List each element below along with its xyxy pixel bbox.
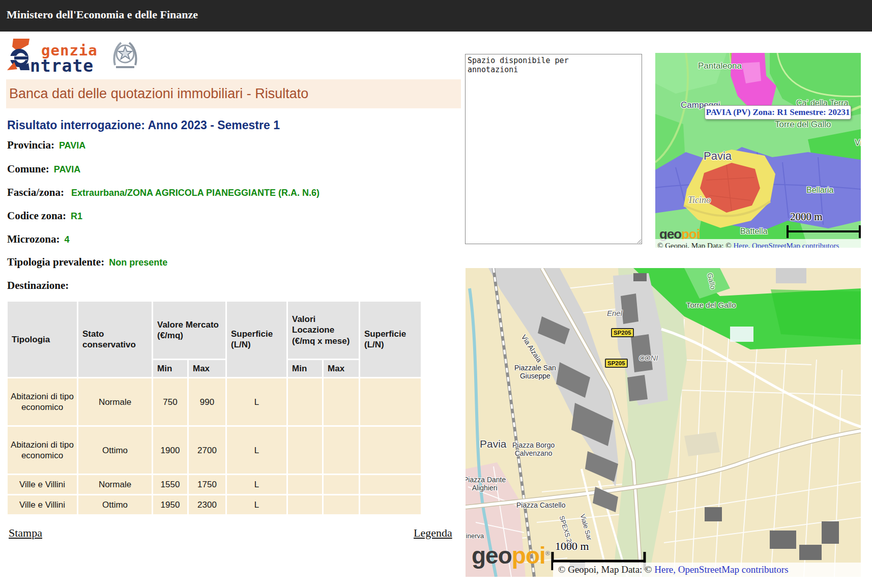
field-label: Tipologia prevalente: xyxy=(7,256,104,268)
field-label: Fascia/zona: xyxy=(7,186,64,198)
street-detail-map-graphics xyxy=(466,268,861,577)
field-value: Extraurbana/ZONA AGRICOLA PIANEGGIANTE (… xyxy=(71,188,319,198)
cell-vl-min xyxy=(288,495,322,514)
openstreetmap-link[interactable]: OpenStreetMap contributors xyxy=(678,564,789,575)
geopoi-logo-r: ® xyxy=(545,549,550,557)
cell-stato: Normale xyxy=(78,378,152,425)
col-header-superficie-2: Superficie (L/N) xyxy=(360,302,421,377)
field-destinazione: Destinazione: xyxy=(7,279,69,292)
sp205-road-badge: SP205 xyxy=(605,359,628,368)
field-label: Microzona: xyxy=(7,233,60,245)
table-row: Abitazioni di tipo economico Normale 750… xyxy=(8,378,421,425)
cell-vl-min xyxy=(288,378,322,425)
field-label: Provincia: xyxy=(7,139,54,151)
col-header-vm-min: Min xyxy=(153,360,187,377)
col-header-vm-max: Max xyxy=(189,360,225,377)
logo-text-entrate: ntrate xyxy=(30,56,94,76)
table-row: Ville e Villini Normale 1550 1750 L xyxy=(8,475,421,494)
cell-vm-min: 1950 xyxy=(153,495,187,514)
cell-vl-max xyxy=(324,495,359,514)
cell-vm-max: 1750 xyxy=(189,475,225,494)
cell-vm-max: 2700 xyxy=(189,427,225,474)
col-header-valore-mercato: Valore Mercato (€/mq) xyxy=(153,302,225,359)
cell-vl-max xyxy=(324,427,359,474)
italy-emblem-icon xyxy=(111,39,139,71)
cell-superficie-2 xyxy=(360,378,421,425)
cell-vm-max: 990 xyxy=(189,378,225,425)
field-value: R1 xyxy=(71,211,82,221)
field-tipologia-prevalente: Tipologia prevalente:Non presente xyxy=(7,256,167,269)
cell-stato: Ottimo xyxy=(78,427,152,474)
destinazione-table: Tipologia Stato conservativo Valore Merc… xyxy=(6,300,422,516)
street-detail-map[interactable]: Via Alzaia Piazzale San Giuseppe Enel SP… xyxy=(466,268,861,577)
table-row: Ville e Villini Ottimo 1950 2300 L xyxy=(8,495,421,514)
cell-tipologia: Ville e Villini xyxy=(8,495,77,514)
here-link[interactable]: Here, xyxy=(733,242,750,248)
attribution-text: © Geopoi, Map Data: © xyxy=(558,564,654,575)
col-header-superficie: Superficie (L/N) xyxy=(227,302,286,377)
field-label: Destinazione: xyxy=(7,279,69,291)
ministry-header-bar: Ministero dell'Economia e delle Finanze xyxy=(0,0,872,32)
openstreetmap-link[interactable]: OpenStreetMap contributors xyxy=(752,242,839,248)
cell-superficie-2 xyxy=(360,475,421,494)
cell-stato: Ottimo xyxy=(78,495,152,514)
cell-stato: Normale xyxy=(78,475,152,494)
page-title: Banca dati delle quotazioni immobiliari … xyxy=(9,86,308,101)
cell-tipologia: Abitazioni di tipo economico xyxy=(8,378,77,425)
field-comune: Comune:PAVIA xyxy=(7,163,80,175)
annotations-textarea[interactable]: Spazio disponibile per annotazioni xyxy=(465,54,642,244)
field-value: PAVIA xyxy=(59,140,85,151)
here-link[interactable]: Here, xyxy=(654,564,676,575)
field-value: Non presente xyxy=(109,257,167,268)
cell-superficie: L xyxy=(227,495,286,514)
result-heading: Risultato interrogazione: Anno 2023 - Se… xyxy=(7,119,280,132)
cell-vl-max xyxy=(324,475,359,494)
cell-vl-min xyxy=(288,475,322,494)
cell-vm-min: 1550 xyxy=(153,475,187,494)
agenzia-entrate-logo: genzia ntrate xyxy=(6,38,154,74)
col-header-tipologia: Tipologia xyxy=(8,302,77,377)
cell-vl-min xyxy=(288,427,322,474)
stampa-link[interactable]: Stampa xyxy=(9,526,42,540)
cell-vm-min: 1900 xyxy=(153,427,187,474)
cell-vm-min: 750 xyxy=(153,378,187,425)
ministry-title: Ministero dell'Economia e delle Finanze xyxy=(7,8,198,21)
field-fascia-zona: Fascia/zona:Extraurbana/ZONA AGRICOLA PI… xyxy=(7,186,319,199)
col-header-vl-min: Min xyxy=(288,360,322,377)
sp205-road-badge: SP205 xyxy=(611,328,634,337)
zone-tooltip: PAVIA (PV) Zona: R1 Semestre: 20231 xyxy=(705,105,851,120)
zone-overview-map-graphics xyxy=(655,53,861,248)
page: Ministero dell'Economia e delle Finanze … xyxy=(0,0,872,588)
field-microzona: Microzona:4 xyxy=(7,233,69,246)
table-row: Abitazioni di tipo economico Ottimo 1900… xyxy=(8,427,421,474)
field-value: PAVIA xyxy=(54,164,80,174)
scale-label: 2000 m xyxy=(790,211,823,223)
field-value: 4 xyxy=(64,234,69,245)
map-attribution: © Geopoi, Map Data: © Here, OpenStreetMa… xyxy=(553,563,861,577)
cell-tipologia: Ville e Villini xyxy=(8,475,77,494)
field-label: Comune: xyxy=(7,163,49,175)
col-header-vl-max: Max xyxy=(324,360,359,377)
field-provincia: Provincia:PAVIA xyxy=(7,139,85,152)
cell-tipologia: Abitazioni di tipo economico xyxy=(8,427,77,474)
geopoi-logo: geopoi® xyxy=(472,542,550,569)
field-label: Codice zona: xyxy=(7,210,66,222)
cell-superficie: L xyxy=(227,475,286,494)
cell-superficie: L xyxy=(227,378,286,425)
field-codice-zona: Codice zona:R1 xyxy=(7,210,82,222)
cell-superficie: L xyxy=(227,427,286,474)
geopoi-logo-poi: poi xyxy=(512,542,545,569)
cell-vm-max: 2300 xyxy=(189,495,225,514)
cell-superficie-2 xyxy=(360,495,421,514)
map-attribution: © Geopoi, Map Data: © Here, OpenStreetMa… xyxy=(655,239,861,248)
col-header-stato: Stato conservativo xyxy=(78,302,152,377)
cell-superficie-2 xyxy=(360,427,421,474)
cell-vl-max xyxy=(324,378,359,425)
attribution-text: © Geopoi, Map Data: © xyxy=(657,242,733,248)
legenda-link[interactable]: Legenda xyxy=(414,526,452,540)
geopoi-logo-geo: geo xyxy=(472,542,512,569)
page-title-banner: Banca dati delle quotazioni immobiliari … xyxy=(6,79,461,108)
scale-bar xyxy=(786,223,861,240)
col-header-valori-locazione: Valori Locazione (€/mq x mese) xyxy=(288,302,359,359)
zone-overview-map[interactable]: Pantaleona Campeggi Ca' della Terra Torr… xyxy=(655,53,861,248)
